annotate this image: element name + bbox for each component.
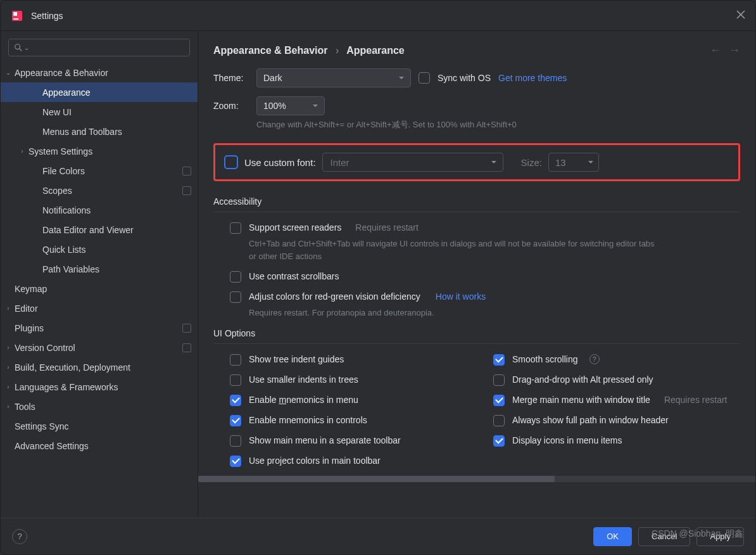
contrast-scrollbars-checkbox[interactable] xyxy=(230,271,241,283)
option-checkbox[interactable] xyxy=(493,354,505,366)
option-checkbox[interactable] xyxy=(493,395,505,406)
sync-os-checkbox[interactable] xyxy=(419,72,430,84)
option-checkbox[interactable] xyxy=(230,395,241,406)
option-label: Drag-and-drop with Alt pressed only xyxy=(512,374,653,385)
option-checkbox[interactable] xyxy=(230,415,241,426)
chevron-right-icon: › xyxy=(3,403,13,410)
sidebar-item[interactable]: New UI xyxy=(1,102,198,122)
forward-icon[interactable]: → xyxy=(729,44,740,57)
sidebar-item[interactable]: Appearance xyxy=(1,82,198,102)
screen-readers-suffix: Requires restart xyxy=(355,222,419,233)
sidebar-item[interactable]: ⌄Appearance & Behavior xyxy=(1,63,198,82)
svg-point-3 xyxy=(15,44,20,49)
sidebar-item[interactable]: Settings Sync xyxy=(1,416,198,436)
back-icon[interactable]: ← xyxy=(710,44,721,57)
chevron-right-icon: › xyxy=(3,344,13,351)
chevron-right-icon: › xyxy=(17,148,27,155)
theme-label: Theme: xyxy=(213,73,249,83)
sidebar-item-label: New UI xyxy=(41,107,72,117)
sidebar-item[interactable]: Plugins xyxy=(1,318,198,338)
breadcrumb-sep: › xyxy=(331,45,344,56)
option-checkbox[interactable] xyxy=(230,354,241,366)
option-checkbox[interactable] xyxy=(493,435,505,447)
size-input[interactable]: 13 xyxy=(548,153,599,172)
sidebar-item[interactable]: Scopes xyxy=(1,181,198,200)
search-input[interactable]: ⌄ xyxy=(8,39,190,56)
custom-font-checkbox[interactable] xyxy=(224,155,238,169)
color-deficiency-checkbox[interactable] xyxy=(230,291,241,303)
project-badge-icon xyxy=(182,324,191,333)
sidebar-item-label: Version Control xyxy=(13,343,75,353)
option-checkbox[interactable] xyxy=(230,374,241,386)
help-icon[interactable]: ? xyxy=(589,354,600,364)
size-label: Size: xyxy=(521,157,542,168)
svg-line-4 xyxy=(20,49,22,51)
sidebar-item[interactable]: Quick Lists xyxy=(1,239,198,259)
font-select[interactable]: Inter xyxy=(322,153,503,172)
option-label: Smooth scrolling xyxy=(512,354,578,364)
sidebar-item-label: Appearance & Behavior xyxy=(13,68,108,78)
sidebar-item[interactable]: ›Editor xyxy=(1,298,198,318)
option-checkbox[interactable] xyxy=(230,435,241,447)
breadcrumb: Appearance & Behavior › Appearance xyxy=(213,45,405,56)
theme-select[interactable]: Dark xyxy=(256,68,411,87)
sidebar-item[interactable]: Notifications xyxy=(1,200,198,220)
sidebar-item[interactable]: File Colors xyxy=(1,161,198,181)
screen-readers-checkbox[interactable] xyxy=(230,222,241,234)
sidebar-item[interactable]: Keymap xyxy=(1,279,198,298)
option-checkbox[interactable] xyxy=(493,415,505,426)
sidebar-item-label: Tools xyxy=(13,402,35,412)
sidebar-item[interactable]: ›Build, Execution, Deployment xyxy=(1,357,198,377)
option-label: Always show full path in window header xyxy=(512,415,669,425)
sidebar-item[interactable]: Path Variables xyxy=(1,259,198,279)
sidebar-item[interactable]: Advanced Settings xyxy=(1,436,198,456)
search-icon xyxy=(14,43,23,52)
sidebar-item-label: Data Editor and Viewer xyxy=(41,225,134,235)
screen-readers-label: Support screen readers xyxy=(249,222,341,233)
sidebar-item[interactable]: Data Editor and Viewer xyxy=(1,220,198,239)
contrast-scrollbars-label: Use contrast scrollbars xyxy=(249,271,339,281)
chevron-down-icon: ⌄ xyxy=(3,69,13,76)
horizontal-scrollbar[interactable] xyxy=(198,476,755,482)
project-badge-icon xyxy=(182,186,191,195)
apply-button[interactable]: Apply xyxy=(696,527,744,546)
breadcrumb-current: Appearance xyxy=(346,45,405,56)
sidebar-item-label: Editor xyxy=(13,303,38,314)
breadcrumb-parent[interactable]: Appearance & Behavior xyxy=(213,45,328,56)
how-it-works-link[interactable]: How it works xyxy=(436,291,486,302)
sidebar-item[interactable]: ›System Settings xyxy=(1,141,198,161)
ok-button[interactable]: OK xyxy=(593,527,632,546)
titlebar: Settings xyxy=(1,1,755,31)
sidebar: ⌄ ⌄Appearance & BehaviorAppearanceNew UI… xyxy=(1,31,198,518)
svg-rect-1 xyxy=(13,12,17,16)
option-label: Enable mnemonics in controls xyxy=(249,415,367,425)
zoom-label: Zoom: xyxy=(213,101,249,111)
svg-rect-2 xyxy=(13,18,18,20)
sidebar-item-label: Scopes xyxy=(41,186,72,196)
option-label: Use project colors in main toolbar xyxy=(249,456,381,466)
get-themes-link[interactable]: Get more themes xyxy=(498,73,567,83)
zoom-hint: Change with Alt+Shift+= or Alt+Shift+减号.… xyxy=(213,119,740,131)
sidebar-item-label: Settings Sync xyxy=(13,421,69,431)
sidebar-item-label: System Settings xyxy=(27,146,92,156)
option-checkbox[interactable] xyxy=(493,374,505,386)
sidebar-item[interactable]: ›Languages & Frameworks xyxy=(1,377,198,397)
chevron-right-icon: › xyxy=(3,383,13,390)
option-label: Enable mnemonics in menu xyxy=(249,395,358,405)
sidebar-item-label: Advanced Settings xyxy=(13,441,89,451)
search-dropdown-icon: ⌄ xyxy=(24,44,29,51)
help-button[interactable]: ? xyxy=(12,529,27,544)
sidebar-item[interactable]: ›Version Control xyxy=(1,338,198,357)
color-deficiency-label: Adjust colors for red-green vision defic… xyxy=(249,291,420,302)
screen-readers-hint: Ctrl+Tab and Ctrl+Shift+Tab will navigat… xyxy=(213,238,657,262)
cancel-button[interactable]: Cancel xyxy=(638,527,690,546)
sidebar-item[interactable]: Menus and Toolbars xyxy=(1,122,198,141)
option-checkbox[interactable] xyxy=(230,456,241,467)
sidebar-item-label: Menus and Toolbars xyxy=(41,127,122,137)
ui-options-title: UI Options xyxy=(213,328,740,344)
sidebar-item-label: Languages & Frameworks xyxy=(13,382,118,392)
sidebar-item[interactable]: ›Tools xyxy=(1,397,198,416)
close-icon[interactable] xyxy=(736,10,745,22)
sidebar-item-label: File Colors xyxy=(41,166,85,176)
zoom-select[interactable]: 100% xyxy=(256,96,325,115)
